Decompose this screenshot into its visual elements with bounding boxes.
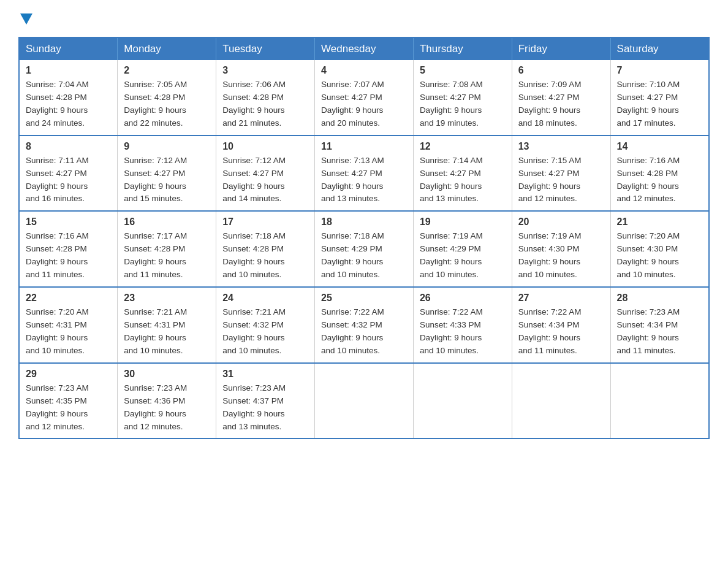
calendar-cell: 10 Sunrise: 7:12 AMSunset: 4:27 PMDaylig… bbox=[216, 136, 315, 212]
day-number: 12 bbox=[420, 141, 506, 152]
calendar-header-row: SundayMondayTuesdayWednesdayThursdayFrid… bbox=[19, 37, 709, 60]
day-info: Sunrise: 7:16 AMSunset: 4:28 PMDaylight:… bbox=[617, 155, 702, 206]
day-info: Sunrise: 7:12 AMSunset: 4:27 PMDaylight:… bbox=[124, 155, 210, 206]
calendar-cell: 20 Sunrise: 7:19 AMSunset: 4:30 PMDaylig… bbox=[512, 211, 610, 287]
calendar-cell bbox=[512, 363, 610, 439]
day-number: 20 bbox=[518, 216, 604, 228]
day-number: 4 bbox=[321, 65, 407, 76]
day-info: Sunrise: 7:18 AMSunset: 4:28 PMDaylight:… bbox=[222, 230, 308, 282]
day-info: Sunrise: 7:22 AMSunset: 4:34 PMDaylight:… bbox=[518, 306, 604, 358]
logo-triangle-icon bbox=[20, 13, 32, 25]
page-header bbox=[18, 12, 710, 25]
day-number: 18 bbox=[321, 216, 407, 228]
calendar-cell: 25 Sunrise: 7:22 AMSunset: 4:32 PMDaylig… bbox=[315, 287, 414, 363]
day-number: 26 bbox=[420, 293, 506, 304]
calendar-cell bbox=[413, 363, 512, 439]
day-info: Sunrise: 7:08 AMSunset: 4:27 PMDaylight:… bbox=[420, 79, 506, 130]
header-wednesday: Wednesday bbox=[315, 37, 414, 60]
day-number: 21 bbox=[617, 216, 702, 228]
calendar-cell bbox=[315, 363, 414, 439]
day-info: Sunrise: 7:23 AMSunset: 4:34 PMDaylight:… bbox=[617, 306, 702, 358]
day-info: Sunrise: 7:20 AMSunset: 4:31 PMDaylight:… bbox=[26, 306, 111, 358]
day-number: 13 bbox=[518, 141, 604, 152]
calendar-cell: 16 Sunrise: 7:17 AMSunset: 4:28 PMDaylig… bbox=[118, 211, 216, 287]
calendar-cell: 15 Sunrise: 7:16 AMSunset: 4:28 PMDaylig… bbox=[19, 211, 118, 287]
calendar-cell bbox=[610, 363, 709, 439]
calendar-cell: 2 Sunrise: 7:05 AMSunset: 4:28 PMDayligh… bbox=[118, 60, 216, 136]
header-sunday: Sunday bbox=[19, 37, 118, 60]
calendar-cell: 12 Sunrise: 7:14 AMSunset: 4:27 PMDaylig… bbox=[413, 136, 512, 212]
day-number: 2 bbox=[124, 65, 210, 76]
calendar-cell: 4 Sunrise: 7:07 AMSunset: 4:27 PMDayligh… bbox=[315, 60, 414, 136]
header-tuesday: Tuesday bbox=[216, 37, 315, 60]
day-number: 5 bbox=[420, 65, 506, 76]
calendar-cell: 22 Sunrise: 7:20 AMSunset: 4:31 PMDaylig… bbox=[19, 287, 118, 363]
day-number: 16 bbox=[124, 216, 210, 228]
day-info: Sunrise: 7:04 AMSunset: 4:28 PMDaylight:… bbox=[26, 79, 111, 130]
calendar-cell: 11 Sunrise: 7:13 AMSunset: 4:27 PMDaylig… bbox=[315, 136, 414, 212]
calendar-cell: 17 Sunrise: 7:18 AMSunset: 4:28 PMDaylig… bbox=[216, 211, 315, 287]
header-friday: Friday bbox=[512, 37, 610, 60]
day-number: 29 bbox=[26, 369, 111, 380]
day-info: Sunrise: 7:21 AMSunset: 4:31 PMDaylight:… bbox=[124, 306, 210, 358]
day-number: 11 bbox=[321, 141, 407, 152]
day-number: 25 bbox=[321, 293, 407, 304]
day-info: Sunrise: 7:06 AMSunset: 4:28 PMDaylight:… bbox=[222, 79, 308, 130]
day-number: 8 bbox=[26, 141, 111, 152]
svg-marker-0 bbox=[20, 13, 32, 25]
day-info: Sunrise: 7:19 AMSunset: 4:29 PMDaylight:… bbox=[420, 230, 506, 282]
calendar-week-row: 1 Sunrise: 7:04 AMSunset: 4:28 PMDayligh… bbox=[19, 60, 709, 136]
day-number: 28 bbox=[617, 293, 702, 304]
day-number: 1 bbox=[26, 65, 111, 76]
header-saturday: Saturday bbox=[610, 37, 709, 60]
day-info: Sunrise: 7:20 AMSunset: 4:30 PMDaylight:… bbox=[617, 230, 702, 282]
day-number: 9 bbox=[124, 141, 210, 152]
day-number: 17 bbox=[222, 216, 308, 228]
day-info: Sunrise: 7:14 AMSunset: 4:27 PMDaylight:… bbox=[420, 155, 506, 206]
header-monday: Monday bbox=[118, 37, 216, 60]
day-number: 19 bbox=[420, 216, 506, 228]
day-number: 30 bbox=[124, 369, 210, 380]
calendar-cell: 26 Sunrise: 7:22 AMSunset: 4:33 PMDaylig… bbox=[413, 287, 512, 363]
calendar-cell: 23 Sunrise: 7:21 AMSunset: 4:31 PMDaylig… bbox=[118, 287, 216, 363]
calendar-week-row: 22 Sunrise: 7:20 AMSunset: 4:31 PMDaylig… bbox=[19, 287, 709, 363]
day-info: Sunrise: 7:16 AMSunset: 4:28 PMDaylight:… bbox=[26, 230, 111, 282]
day-number: 10 bbox=[222, 141, 308, 152]
calendar-cell: 28 Sunrise: 7:23 AMSunset: 4:34 PMDaylig… bbox=[610, 287, 709, 363]
day-info: Sunrise: 7:15 AMSunset: 4:27 PMDaylight:… bbox=[518, 155, 604, 206]
day-number: 23 bbox=[124, 293, 210, 304]
day-number: 15 bbox=[26, 216, 111, 228]
calendar-cell: 19 Sunrise: 7:19 AMSunset: 4:29 PMDaylig… bbox=[413, 211, 512, 287]
calendar-cell: 7 Sunrise: 7:10 AMSunset: 4:27 PMDayligh… bbox=[610, 60, 709, 136]
logo bbox=[18, 12, 32, 25]
calendar-cell: 9 Sunrise: 7:12 AMSunset: 4:27 PMDayligh… bbox=[118, 136, 216, 212]
calendar-cell: 21 Sunrise: 7:20 AMSunset: 4:30 PMDaylig… bbox=[610, 211, 709, 287]
day-info: Sunrise: 7:13 AMSunset: 4:27 PMDaylight:… bbox=[321, 155, 407, 206]
day-info: Sunrise: 7:17 AMSunset: 4:28 PMDaylight:… bbox=[124, 230, 210, 282]
day-info: Sunrise: 7:18 AMSunset: 4:29 PMDaylight:… bbox=[321, 230, 407, 282]
day-info: Sunrise: 7:23 AMSunset: 4:36 PMDaylight:… bbox=[124, 382, 210, 434]
calendar-cell: 27 Sunrise: 7:22 AMSunset: 4:34 PMDaylig… bbox=[512, 287, 610, 363]
calendar-week-row: 15 Sunrise: 7:16 AMSunset: 4:28 PMDaylig… bbox=[19, 211, 709, 287]
day-number: 31 bbox=[222, 369, 308, 380]
day-info: Sunrise: 7:22 AMSunset: 4:33 PMDaylight:… bbox=[420, 306, 506, 358]
calendar-table: SundayMondayTuesdayWednesdayThursdayFrid… bbox=[18, 37, 710, 439]
calendar-cell: 5 Sunrise: 7:08 AMSunset: 4:27 PMDayligh… bbox=[413, 60, 512, 136]
calendar-cell: 30 Sunrise: 7:23 AMSunset: 4:36 PMDaylig… bbox=[118, 363, 216, 439]
day-info: Sunrise: 7:23 AMSunset: 4:37 PMDaylight:… bbox=[222, 382, 308, 434]
calendar-cell: 31 Sunrise: 7:23 AMSunset: 4:37 PMDaylig… bbox=[216, 363, 315, 439]
header-thursday: Thursday bbox=[413, 37, 512, 60]
day-number: 3 bbox=[222, 65, 308, 76]
day-number: 7 bbox=[617, 65, 702, 76]
day-info: Sunrise: 7:11 AMSunset: 4:27 PMDaylight:… bbox=[26, 155, 111, 206]
day-number: 22 bbox=[26, 293, 111, 304]
day-info: Sunrise: 7:23 AMSunset: 4:35 PMDaylight:… bbox=[26, 382, 111, 434]
day-number: 24 bbox=[222, 293, 308, 304]
day-info: Sunrise: 7:10 AMSunset: 4:27 PMDaylight:… bbox=[617, 79, 702, 130]
calendar-cell: 6 Sunrise: 7:09 AMSunset: 4:27 PMDayligh… bbox=[512, 60, 610, 136]
day-number: 27 bbox=[518, 293, 604, 304]
calendar-cell: 29 Sunrise: 7:23 AMSunset: 4:35 PMDaylig… bbox=[19, 363, 118, 439]
calendar-cell: 18 Sunrise: 7:18 AMSunset: 4:29 PMDaylig… bbox=[315, 211, 414, 287]
day-info: Sunrise: 7:22 AMSunset: 4:32 PMDaylight:… bbox=[321, 306, 407, 358]
calendar-cell: 24 Sunrise: 7:21 AMSunset: 4:32 PMDaylig… bbox=[216, 287, 315, 363]
